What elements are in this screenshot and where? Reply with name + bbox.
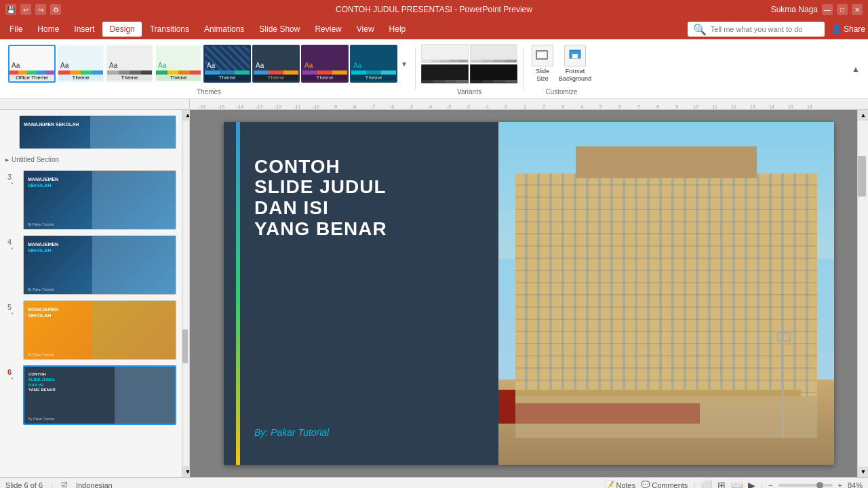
zoom-out-btn[interactable]: −: [768, 481, 772, 489]
search-input[interactable]: [711, 25, 819, 33]
theme-item-7[interactable]: Aa Theme: [301, 45, 349, 83]
theme-item-3[interactable]: Aa Theme: [106, 45, 153, 83]
slide-3-number: 3: [7, 170, 17, 181]
slide-item-6[interactable]: 6 * CONTOHSLIDE JUDULDAN ISIYANG BENAR B…: [0, 365, 182, 425]
quick-access-customize[interactable]: ⚙: [50, 4, 61, 15]
title-bar: 💾 ↩ ↪ ⚙ CONTOH JUDUL PRESENTASI - PowerP…: [0, 0, 868, 19]
menu-slideshow[interactable]: Slide Show: [252, 22, 307, 37]
quick-access-undo[interactable]: ↩: [20, 4, 31, 15]
window-title: CONTOH JUDUL PRESENTASI - PowerPoint Pre…: [336, 5, 532, 14]
zoom-in-btn[interactable]: +: [838, 481, 842, 489]
language: Indonesian: [76, 481, 113, 489]
section-name: Untitled Section: [12, 156, 59, 163]
menu-help[interactable]: Help: [382, 22, 413, 37]
variant-1[interactable]: [421, 44, 469, 63]
basketball-board: [777, 332, 791, 342]
canvas-scroll-down[interactable]: ▼: [858, 466, 868, 477]
menu-insert[interactable]: Insert: [67, 22, 101, 37]
slide-title-area: CONTOH SLIDE JUDUL DAN ISI YANG BENAR: [254, 157, 559, 240]
accessibility-icon[interactable]: ☑: [61, 481, 68, 488]
slide-item-4[interactable]: 4 * MANAJEMENSEKOLAH By Pakar Tutorial: [0, 235, 182, 295]
theme-item-5[interactable]: Aa Theme: [203, 45, 251, 83]
theme-item-4[interactable]: Aa Theme: [155, 45, 202, 83]
section-label[interactable]: ▸ Untitled Section: [0, 155, 182, 165]
notes-button[interactable]: 📝 Notes: [605, 481, 635, 488]
slide-author: By: Pakar Tutorial: [254, 427, 329, 438]
slide-size-icon: [532, 45, 553, 66]
collapse-arrow-icon[interactable]: ▲: [852, 64, 860, 74]
theme-item-1[interactable]: Aa Office Theme: [8, 45, 56, 83]
menu-home[interactable]: Home: [31, 22, 66, 37]
variant-2[interactable]: [470, 44, 517, 63]
slide-panel-scrollbar[interactable]: ▲ ▼: [182, 110, 189, 477]
menu-transitions[interactable]: Transitions: [143, 22, 196, 37]
slide-thumb-5[interactable]: MANAJEMENSEKOLAH By Pakar Tutorial: [23, 300, 176, 360]
quick-access-redo[interactable]: ↪: [35, 4, 46, 15]
slide-thumb-partial[interactable]: MANAJEMEN SEKOLAH: [19, 115, 176, 149]
close-button[interactable]: ✕: [852, 4, 863, 15]
slide-thumb-4[interactable]: MANAJEMENSEKOLAH By Pakar Tutorial: [23, 235, 176, 295]
themes-section: Aa Office Theme Aa: [5, 42, 412, 96]
variant-4[interactable]: [470, 64, 517, 83]
theme-item-2[interactable]: Aa Theme: [57, 45, 104, 83]
notes-label: Notes: [616, 481, 635, 489]
menu-view[interactable]: View: [350, 22, 381, 37]
slide-size-svg: [536, 50, 549, 61]
zoom-handle[interactable]: [816, 482, 823, 489]
format-background-button[interactable]: FormatBackground: [559, 45, 591, 83]
search-box[interactable]: 🔍: [688, 22, 825, 37]
slide-item-partial[interactable]: MANAJEMEN SEKOLAH: [0, 115, 182, 149]
slideshow-btn[interactable]: ▶: [748, 480, 755, 489]
ruler-corner: [0, 99, 190, 110]
slide-size-button[interactable]: SlideSize: [532, 45, 553, 83]
canvas-scroll-thumb[interactable]: [858, 156, 866, 197]
theme-item-8[interactable]: Aa Theme: [350, 45, 397, 83]
canvas-area: CONTOH SLIDE JUDUL DAN ISI YANG BENAR By…: [190, 110, 868, 477]
slide-item-5[interactable]: 5 * MANAJEMENSEKOLAH By Pakar Tutorial: [0, 300, 182, 360]
reading-view-btn[interactable]: 📖: [731, 480, 743, 489]
ribbon-collapse[interactable]: ▲: [849, 64, 863, 74]
slide-panel-wrapper: MANAJEMEN SEKOLAH ▸ Untitled Section 3 *…: [0, 110, 190, 477]
slide-canvas[interactable]: CONTOH SLIDE JUDUL DAN ISI YANG BENAR By…: [224, 122, 834, 465]
panel-scroll-thumb[interactable]: [182, 329, 188, 363]
share-button[interactable]: 👤 Share: [831, 24, 865, 34]
theme-item-6[interactable]: Aa Theme: [252, 45, 300, 83]
slide-4-number: 4: [7, 235, 17, 246]
slide-thumb-3[interactable]: MANAJEMENSEKOLAH By Pakar Tutorial: [23, 170, 176, 230]
slide-thumb-6[interactable]: CONTOHSLIDE JUDULDAN ISIYANG BENAR By Pa…: [23, 365, 176, 425]
notes-icon: 📝: [605, 481, 614, 488]
menu-animations[interactable]: Animations: [197, 22, 251, 37]
slide-title-dan-isi: DAN ISI: [254, 198, 559, 219]
menu-design[interactable]: Design: [102, 22, 141, 37]
horizontal-ruler: -16 -15 -14 -13 -12 -11 -10 -9 -8 -7 -6 …: [190, 99, 868, 110]
themes-label: Themes: [197, 85, 221, 96]
status-divider-1: |: [51, 481, 53, 489]
variant-3[interactable]: [421, 64, 469, 83]
maximize-button[interactable]: □: [837, 4, 848, 15]
divider-2: [523, 47, 524, 90]
canvas-scroll-up[interactable]: ▲: [858, 110, 868, 121]
menu-file[interactable]: File: [3, 22, 29, 37]
main-content: MANAJEMEN SEKOLAH ▸ Untitled Section 3 *…: [0, 110, 868, 477]
variants-grid: [421, 42, 517, 85]
themes-scroll-down[interactable]: ▼: [399, 45, 410, 83]
status-bar: Slide 6 of 6 | ☑ Indonesian 📝 Notes 💬 Co…: [0, 477, 868, 488]
quick-access-save[interactable]: 💾: [5, 4, 16, 15]
zoom-level: 84%: [848, 481, 863, 489]
format-background-icon: [564, 45, 586, 66]
slide-size-label: SlideSize: [536, 68, 549, 83]
zoom-slider[interactable]: [778, 484, 833, 487]
status-divider-2: |: [693, 481, 695, 489]
minimize-button[interactable]: —: [822, 4, 833, 15]
variants-section: Variants: [418, 42, 520, 96]
divider-1: [415, 47, 416, 90]
slide-item-3[interactable]: 3 * MANAJEMENSEKOLAH By Pakar Tutorial: [0, 170, 182, 230]
ruler-area: -16 -15 -14 -13 -12 -11 -10 -9 -8 -7 -6 …: [0, 99, 868, 110]
slide-5-star: *: [11, 311, 13, 317]
normal-view-btn[interactable]: ⬜: [701, 480, 712, 489]
accent-bar: [236, 122, 240, 465]
slide-sorter-btn[interactable]: ⊞: [717, 480, 726, 489]
comments-button[interactable]: 💬 Comments: [641, 481, 688, 488]
menu-review[interactable]: Review: [308, 22, 348, 37]
slide-title-slide-judul: SLIDE JUDUL: [254, 177, 559, 198]
